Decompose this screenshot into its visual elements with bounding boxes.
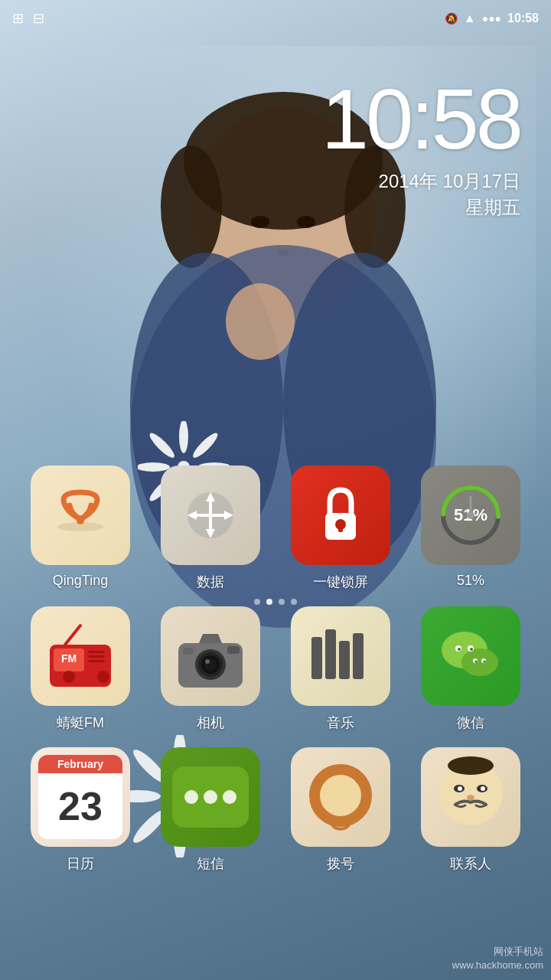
status-left: ⊞ ⊟ [12,10,44,27]
svg-point-87 [481,786,485,791]
contacts-icon[interactable] [421,747,520,847]
app-music[interactable]: 音乐 [283,606,398,732]
svg-text:FM: FM [61,652,77,665]
svg-rect-63 [325,629,336,679]
svg-point-71 [470,648,473,651]
app-row-1: QingTing 数据 [15,466,536,591]
svg-point-70 [458,648,461,651]
calendar-icon[interactable]: February 23 [31,747,130,847]
svg-point-79 [223,790,236,804]
data-icon[interactable] [161,466,260,565]
silent-icon: 🔕 [445,12,458,24]
svg-point-67 [461,648,498,676]
contacts-label: 联系人 [450,854,491,873]
svg-rect-65 [353,633,364,679]
battery-label: 51% [457,573,484,589]
music-label: 音乐 [327,714,354,732]
camera-icon[interactable] [161,606,260,706]
battery-icon[interactable]: 51% [421,466,520,565]
fm-icon[interactable]: FM [31,606,130,706]
phone-icon[interactable] [291,747,390,847]
svg-rect-62 [311,637,322,679]
svg-point-30 [77,517,84,524]
app-grid: QingTing 数据 [0,466,551,888]
svg-point-77 [184,790,198,804]
svg-point-78 [204,790,217,804]
svg-point-81 [330,785,351,806]
app-lock[interactable]: 一键锁屏 [283,466,398,591]
svg-rect-64 [339,641,350,679]
sms-label: 短信 [197,854,224,873]
svg-rect-38 [338,524,343,532]
clock-area: 10:58 2014年 10月17日 星期五 [321,77,520,220]
svg-point-75 [484,661,486,663]
svg-point-86 [458,786,462,791]
svg-point-42 [467,511,474,519]
app-battery[interactable]: 51% 51% [413,466,528,591]
calendar-number: 23 [38,773,122,839]
app-phone[interactable]: 拨号 [283,747,398,873]
svg-rect-61 [183,648,194,655]
clock-date: 2014年 10月17日 星期五 [321,168,520,220]
app-row-3: February 23 日历 短信 [15,747,536,873]
app-calendar[interactable]: February 23 日历 [23,747,138,873]
svg-rect-48 [88,660,105,662]
qingting-icon[interactable] [31,466,130,565]
app-sms[interactable]: 短信 [153,747,268,873]
fm-label: 蜻蜓FM [57,714,104,732]
app-camera[interactable]: 相机 [153,606,268,732]
clock-time: 10:58 [321,77,520,162]
app-fm[interactable]: FM 蜻蜓FM [23,606,138,732]
calendar-header: February [38,755,122,773]
wechat-icon[interactable] [421,606,520,706]
apps-icon: ⊟ [33,10,44,27]
qingting-label: QingTing [53,573,108,589]
svg-point-74 [475,661,478,663]
lock-label: 一键锁屏 [313,573,368,591]
svg-rect-47 [88,655,105,658]
app-row-2: FM 蜻蜓FM [15,606,536,732]
sms-icon[interactable] [161,747,260,847]
camera-label: 相机 [197,714,224,732]
signal-icon: ●●● [482,12,501,24]
wifi-icon: ▲ [464,11,476,25]
svg-point-60 [205,659,210,664]
calendar-label: 日历 [67,854,94,873]
data-label: 数据 [197,573,224,591]
svg-point-89 [448,756,494,775]
app-wechat[interactable]: 微信 [413,606,528,732]
app-qingting[interactable]: QingTing [23,466,138,591]
svg-rect-55 [227,646,240,654]
status-bar: ⊞ ⊟ 🔕 ▲ ●●● 10:58 [0,0,551,37]
music-icon[interactable] [291,606,390,706]
time-display: 10:58 [507,11,539,25]
wechat-label: 微信 [457,714,484,732]
app-contacts[interactable]: 联系人 [413,747,528,873]
watermark: 网侠手机站 www.hackhome.com [452,945,543,972]
svg-point-88 [467,795,474,801]
svg-point-52 [63,671,75,683]
status-right: 🔕 ▲ ●●● 10:58 [445,11,539,25]
svg-line-49 [65,626,80,645]
svg-point-51 [97,671,109,683]
gallery-icon: ⊞ [12,10,24,27]
svg-rect-46 [88,651,105,653]
lock-icon[interactable] [291,466,390,565]
app-data[interactable]: 数据 [153,466,268,591]
phone-label: 拨号 [327,854,354,873]
